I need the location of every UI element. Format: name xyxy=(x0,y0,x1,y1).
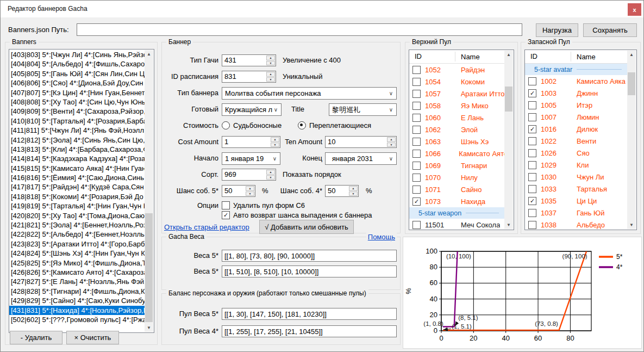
close-button[interactable]: x xyxy=(628,3,641,16)
weights4-input[interactable] xyxy=(222,265,397,277)
checkbox-icon[interactable] xyxy=(412,150,421,158)
fallback-pool-scrollbar[interactable]: ▲ ▼ xyxy=(627,51,636,229)
banner-list-item[interactable]: [407|807] 5*:[Кэ Цин] 4*:[Нин Гуан,Бенне… xyxy=(9,88,145,97)
weights5-input[interactable] xyxy=(222,250,397,262)
checkbox-icon[interactable] xyxy=(528,149,536,157)
pool-row[interactable]: 1029Кли xyxy=(525,159,627,171)
pool-weights5-input[interactable] xyxy=(222,308,397,320)
checkbox-icon[interactable] xyxy=(412,126,421,134)
spin-up-icon[interactable]: ▲ xyxy=(266,72,275,77)
banner-list-item[interactable]: [415|815] 5*:[Камисато Аяка] 4*:[Нин Гуа… xyxy=(9,164,145,173)
help-link[interactable]: Помощь xyxy=(366,233,397,241)
pool-row[interactable]: 1033Тарталья xyxy=(525,183,627,195)
pool-row[interactable]: ✓1073Нахида xyxy=(409,195,504,207)
banners-scrollbar[interactable]: ▲ ▼ xyxy=(145,50,153,332)
pool-row[interactable]: 1062Элой xyxy=(409,123,504,135)
checkbox-checked-icon[interactable]: ✓ xyxy=(412,197,421,206)
checkbox-icon[interactable] xyxy=(528,101,536,109)
scroll-thumb[interactable] xyxy=(628,72,635,95)
checkbox-checked-icon[interactable]: ✓ xyxy=(528,89,536,97)
radio-selected-icon[interactable] xyxy=(298,121,306,129)
banner-list-item[interactable]: [411|811] 5*:[Чжун Ли] 4*:[Янь Фэй,Ноэлл xyxy=(9,126,145,135)
checkbox-icon[interactable] xyxy=(528,221,536,229)
checkbox-icon[interactable] xyxy=(412,138,421,146)
sort-spinner[interactable]: 969 ▲▼ xyxy=(222,169,276,181)
spin-up-icon[interactable]: ▲ xyxy=(246,186,254,191)
pool-row[interactable]: 1007Люмин xyxy=(525,111,627,123)
banner-list-item[interactable]: [408|808] 5*:[Ху Тао] 4*:[Син Цю,Чун Юнь xyxy=(9,97,145,107)
end-date-select[interactable]: января 2031 ∨ xyxy=(325,152,397,165)
pool-row[interactable]: 1070Нилу xyxy=(409,171,504,183)
banners-listbox[interactable]: [403|803] 5*:[Чжун Ли] 4*:[Синь Янь,Рэйз… xyxy=(9,49,154,333)
checkbox-checked-icon[interactable]: ✓ xyxy=(528,197,536,205)
clear-banners-button[interactable]: × Очистить xyxy=(66,331,119,344)
banner-type-select[interactable]: Молитва события персонажа ∨ xyxy=(222,87,397,100)
checkbox-icon[interactable] xyxy=(528,173,536,181)
chance4-spinner[interactable]: 50 ▲▼ xyxy=(325,185,359,197)
pool-row[interactable]: 1052Райдэн xyxy=(409,64,504,76)
banner-list-item[interactable]: [416|816] 5*:[Ёимия] 4*:[Саю,Диона,Синь xyxy=(9,173,145,182)
pool-row[interactable]: 1060Е Лань xyxy=(409,112,504,123)
pool-row[interactable]: 1057Аратаки Итто xyxy=(409,88,504,100)
chance5-spinner[interactable]: 50 ▲▼ xyxy=(222,185,255,197)
banner-list-item[interactable]: [409|809] 5*:[Венти] 4*:[Сахароза,Рэйзор… xyxy=(9,107,145,116)
spin-down-icon[interactable]: ▼ xyxy=(266,61,275,66)
cost-radio-fate[interactable]: Судьбоносные xyxy=(222,121,282,129)
pool-row[interactable]: 1063Шэнь Хэ xyxy=(409,135,504,147)
spin-up-icon[interactable]: ▲ xyxy=(266,170,275,175)
pool-weights4-input[interactable] xyxy=(222,325,397,337)
checkbox-icon[interactable] xyxy=(412,102,421,110)
title-select[interactable]: 黎明巡礼 ∨ xyxy=(329,103,397,116)
checkbox-icon[interactable] xyxy=(528,185,536,193)
pool-row[interactable]: 1071Сайно xyxy=(409,183,504,195)
scroll-down-icon[interactable]: ▼ xyxy=(145,324,153,332)
banner-list-item[interactable]: [417|817] 5*:[Райдэн] 4*:[Кудзё Сара,Сян… xyxy=(9,182,145,192)
banner-list-item[interactable]: [425|825] 5*:[Яэ Мико] 4*:[Фишль,Диона,Т xyxy=(9,258,145,268)
checkbox-icon[interactable] xyxy=(528,161,536,169)
checkbox-icon[interactable] xyxy=(528,113,536,121)
scroll-down-icon[interactable]: ▼ xyxy=(504,221,513,229)
pool-row[interactable]: ✓1016Дилюк xyxy=(525,123,627,135)
gacha-type-spinner[interactable]: 431 ▲▼ xyxy=(222,54,276,66)
cost-radio-intertwined[interactable]: Переплетающиеся xyxy=(298,121,371,129)
spin-down-icon[interactable]: ▼ xyxy=(266,175,275,180)
pool-row[interactable]: 1069Тигнари xyxy=(409,159,504,171)
load-button[interactable]: Нагрузка xyxy=(536,23,578,37)
checkbox-icon[interactable] xyxy=(412,114,421,122)
scroll-up-icon[interactable]: ▲ xyxy=(145,50,153,58)
checkbox-icon[interactable] xyxy=(222,201,230,209)
banner-list-item[interactable]: [426|826] 5*:[Камисато Аято] 4*:[Сахароз… xyxy=(9,268,145,277)
ten-amount-spinner[interactable]: 10 ▲▼ xyxy=(325,136,397,148)
spin-down-icon[interactable]: ▼ xyxy=(266,77,275,82)
add-update-button[interactable]: √ Добавить или обновить xyxy=(259,220,354,234)
pool-row[interactable]: 1026Сяо xyxy=(525,147,627,159)
spin-up-icon[interactable]: ▲ xyxy=(387,137,396,142)
pool-row[interactable]: 1037Гань Юй xyxy=(525,207,627,219)
pool-row[interactable]: ✓1035Ци Ци xyxy=(525,195,627,207)
checkbox-icon[interactable] xyxy=(412,90,421,98)
checkbox-icon[interactable] xyxy=(412,174,421,182)
checkbox-icon[interactable] xyxy=(412,221,421,229)
banner-list-item[interactable]: [412|812] 5*:[Эола] 4*:[Синь Янь,Син Цю, xyxy=(9,135,145,145)
pool-row[interactable]: 1022Венти xyxy=(525,135,627,147)
radio-icon[interactable] xyxy=(222,121,230,129)
banner-list-item[interactable]: [431|831] 5*:[Нахида] 4*:[Ноэлль,Рэйзор,… xyxy=(9,306,145,315)
prefab-select[interactable]: Кружащийся л ∨ xyxy=(222,103,282,116)
scroll-thumb[interactable] xyxy=(145,213,153,322)
save-button[interactable]: Сохранять xyxy=(583,23,637,37)
old-editor-link[interactable]: Открыть старый редактор xyxy=(164,223,249,231)
checkbox-icon[interactable] xyxy=(412,78,421,86)
banner-list-item[interactable]: [427|827] 5*:[Е Лань] 4*:[Ноэлль,Янь Фэй… xyxy=(9,277,145,286)
pool-row[interactable]: 1005Итэр xyxy=(525,99,627,111)
checkbox-icon[interactable] xyxy=(412,162,421,170)
spin-down-icon[interactable]: ▼ xyxy=(246,192,254,196)
banner-list-item[interactable]: [502|602] 5*:[???,Громовой пульс] 4*:[Рж… xyxy=(9,315,145,324)
fallback-pool-table[interactable]: IDName5-star avatar1002Камисато Аяка✓100… xyxy=(524,50,637,230)
scroll-up-icon[interactable]: ▲ xyxy=(504,51,513,59)
banner-list-item[interactable]: [419|819] 5*:[Тарталья] 4*:[Нин Гуан,Чун… xyxy=(9,201,145,211)
spin-down-icon[interactable]: ▼ xyxy=(349,192,358,196)
pool-row[interactable]: ✓1003Джинн xyxy=(525,87,627,99)
banner-list-item[interactable]: [418|818] 5*:[Кокоми] 4*:[Розария,Бэй До xyxy=(9,192,145,201)
upper-pool-scrollbar[interactable]: ▲ ▼ xyxy=(504,51,513,229)
checkbox-icon[interactable] xyxy=(528,77,536,85)
